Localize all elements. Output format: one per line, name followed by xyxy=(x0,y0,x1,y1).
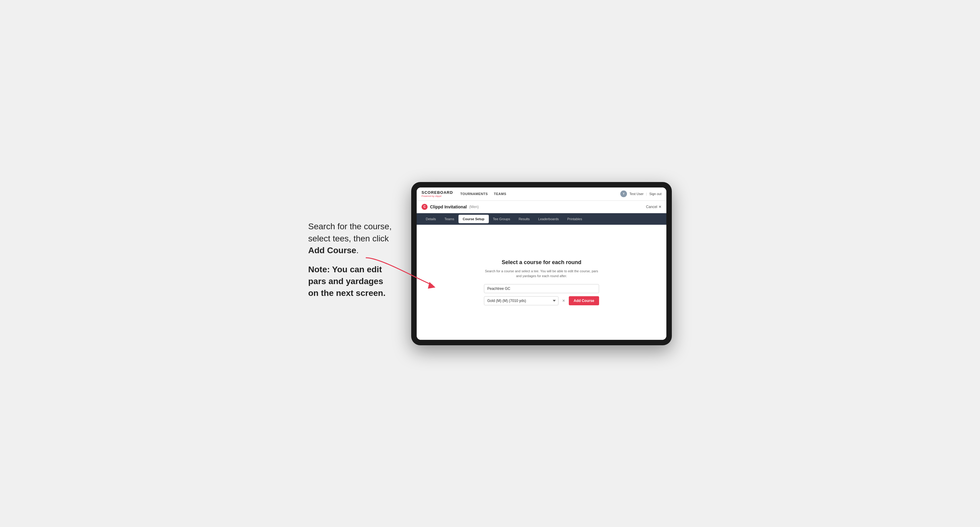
tab-leaderboards[interactable]: Leaderboards xyxy=(534,215,563,223)
navbar-right: T Test User | Sign out xyxy=(620,190,662,197)
brand-title: SCOREBOARD xyxy=(422,190,453,195)
tab-nav: Details Teams Course Setup Tee Groups Re… xyxy=(417,213,667,225)
course-select-box: Select a course for each round Search fo… xyxy=(484,259,599,305)
navbar: SCOREBOARD Powered by clippd TOURNAMENTS… xyxy=(417,187,667,201)
brand: SCOREBOARD Powered by clippd xyxy=(422,190,453,197)
course-select-desc: Search for a course and select a tee. Yo… xyxy=(484,269,599,279)
cancel-button[interactable]: Cancel ✕ xyxy=(646,205,662,209)
tab-results[interactable]: Results xyxy=(514,215,534,223)
brand-subtitle: Powered by clippd xyxy=(422,195,453,197)
cancel-label: Cancel xyxy=(646,205,657,209)
tab-tee-groups[interactable]: Tee Groups xyxy=(489,215,515,223)
annotation-text: Search for the course, select tees, then… xyxy=(308,221,393,306)
tee-select-row: Gold (M) (M) (7010 yds) ✕ Add Course xyxy=(484,296,599,305)
tournament-gender: (Men) xyxy=(469,205,479,209)
tablet-screen: SCOREBOARD Powered by clippd TOURNAMENTS… xyxy=(417,187,667,340)
annotation-note: Note: You can edit pars and yardages on … xyxy=(308,264,393,299)
sign-out-link[interactable]: Sign out xyxy=(649,192,662,196)
tablet-frame: SCOREBOARD Powered by clippd TOURNAMENTS… xyxy=(411,182,672,345)
pipe: | xyxy=(646,192,647,196)
user-avatar: T xyxy=(620,190,627,197)
tournament-header: C Clippd Invitational (Men) Cancel ✕ xyxy=(417,201,667,213)
nav-tournaments[interactable]: TOURNAMENTS xyxy=(460,191,488,197)
tournament-icon: C xyxy=(422,204,428,210)
page-wrapper: Search for the course, select tees, then… xyxy=(12,182,968,345)
tee-select[interactable]: Gold (M) (M) (7010 yds) xyxy=(484,296,558,305)
tablet-wrapper: SCOREBOARD Powered by clippd TOURNAMENTS… xyxy=(411,182,672,345)
tab-teams[interactable]: Teams xyxy=(440,215,458,223)
course-search-input[interactable] xyxy=(484,284,599,293)
tee-clear-icon[interactable]: ✕ xyxy=(561,298,566,303)
annotation-line1: Search for the course, select tees, then… xyxy=(308,221,393,256)
cancel-icon: ✕ xyxy=(659,205,662,209)
course-select-title: Select a course for each round xyxy=(484,259,599,266)
add-course-button[interactable]: Add Course xyxy=(569,296,599,305)
tournament-name: Clippd Invitational xyxy=(430,205,467,209)
main-content: Select a course for each round Search fo… xyxy=(417,225,667,340)
user-label: Test User xyxy=(629,192,643,196)
nav-teams[interactable]: TEAMS xyxy=(494,191,506,197)
tab-printables[interactable]: Printables xyxy=(563,215,586,223)
tab-details[interactable]: Details xyxy=(422,215,440,223)
navbar-links: TOURNAMENTS TEAMS xyxy=(460,191,620,197)
tournament-title-row: C Clippd Invitational (Men) xyxy=(422,204,479,210)
tab-course-setup[interactable]: Course Setup xyxy=(458,215,489,223)
